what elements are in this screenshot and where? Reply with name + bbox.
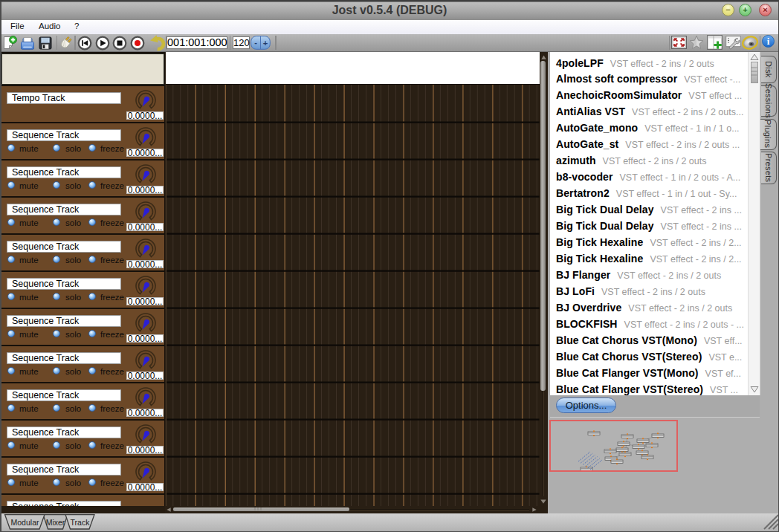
svg-text:Track: Track xyxy=(71,518,91,527)
svg-text:Modular: Modular xyxy=(11,518,39,527)
svg-text:-: - xyxy=(254,38,257,47)
svg-text:Mixer: Mixer xyxy=(46,518,65,527)
svg-text:+: + xyxy=(263,39,268,48)
svg-text:i: i xyxy=(767,36,770,47)
